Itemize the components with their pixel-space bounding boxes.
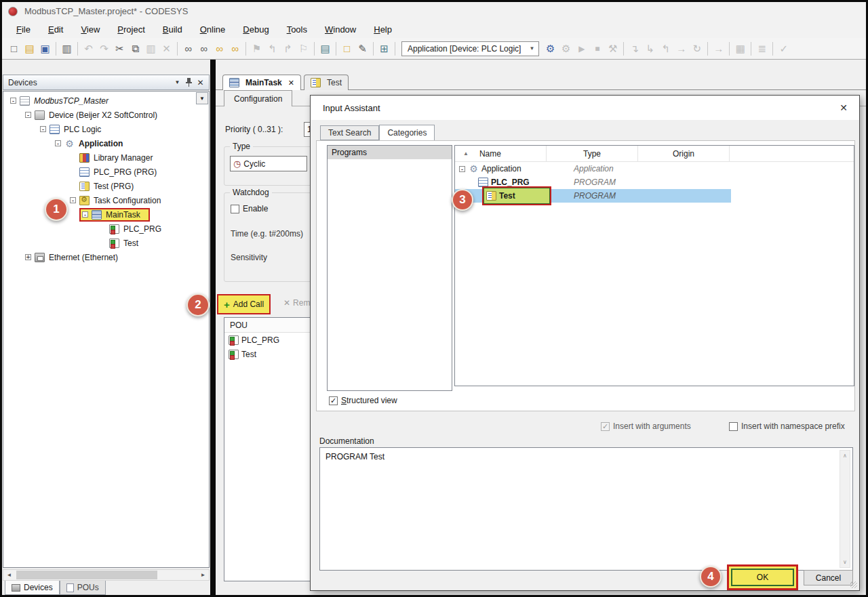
task-type-combo[interactable]: ◷ Cyclic xyxy=(230,156,307,171)
logout-icon[interactable]: ⚙ xyxy=(558,41,574,56)
redo-icon[interactable]: ↷ xyxy=(96,41,112,56)
vertical-scrollbar[interactable]: ∧ ∨ xyxy=(840,450,850,568)
tree-item-maintask[interactable]: - MainTask xyxy=(3,207,209,222)
collapse-icon[interactable]: - xyxy=(459,166,465,172)
pin-icon[interactable] xyxy=(183,77,195,88)
grid-row-test[interactable]: Test PROGRAM xyxy=(455,189,854,203)
ok-button[interactable]: OK xyxy=(731,569,794,586)
close-panel-icon[interactable]: ✕ xyxy=(195,77,206,88)
resize-grip[interactable] xyxy=(850,581,857,588)
stop-icon[interactable]: ■ xyxy=(589,41,605,56)
collapse-icon[interactable]: - xyxy=(82,211,88,218)
scroll-left-icon[interactable]: ◄ xyxy=(3,570,15,580)
step-over-icon[interactable]: ↴ xyxy=(627,41,642,56)
menu-view[interactable]: View xyxy=(72,22,108,37)
tree-item-application[interactable]: - ⚙ Application xyxy=(3,136,209,150)
tab-maintask[interactable]: MainTask ✕ xyxy=(222,75,301,90)
find-in-project-icon[interactable]: ∞ xyxy=(212,41,227,56)
tree-item-project[interactable]: - ModbusTCP_Master xyxy=(3,94,209,108)
previous-bookmark-icon[interactable]: ↰ xyxy=(264,41,280,56)
tree-item-plc-logic[interactable]: - PLC Logic xyxy=(3,122,209,136)
collapse-icon[interactable]: - xyxy=(55,140,61,146)
add-call-button[interactable]: + Add Call xyxy=(217,294,271,314)
breakpoints-icon[interactable]: ▦ xyxy=(732,41,748,56)
column-header-origin[interactable]: Origin xyxy=(638,146,730,161)
find-icon[interactable]: ∞ xyxy=(180,41,196,56)
undo-icon[interactable]: ↶ xyxy=(81,41,96,56)
refresh-icon[interactable]: ✓ xyxy=(776,41,791,56)
cut-icon[interactable]: ✂ xyxy=(112,41,127,56)
scroll-right-icon[interactable]: ► xyxy=(197,570,209,580)
login-icon[interactable]: ⚙ xyxy=(542,41,558,56)
tree-item-ethernet[interactable]: + Ethernet (Ethernet) xyxy=(3,250,209,264)
next-bookmark-icon[interactable]: ↱ xyxy=(280,41,296,56)
pou-row-plc-prg[interactable]: PLC_PRG xyxy=(224,333,310,347)
bookmark-icon[interactable]: ⚑ xyxy=(249,41,264,56)
menu-debug[interactable]: Debug xyxy=(234,22,277,37)
insert-with-arguments-checkbox[interactable]: ✓ xyxy=(601,422,610,431)
replace-in-project-icon[interactable]: ∞ xyxy=(227,41,243,56)
tree-dropdown-icon[interactable]: ▼ xyxy=(196,92,208,104)
scroll-down-icon[interactable]: ∨ xyxy=(843,557,847,567)
menu-edit[interactable]: Edit xyxy=(39,22,72,37)
cancel-button[interactable]: Cancel xyxy=(804,570,853,585)
chevron-down-icon[interactable]: ▼ xyxy=(529,45,534,52)
remove-call-button[interactable]: ✕ Rem xyxy=(283,298,310,308)
expand-icon[interactable]: + xyxy=(25,254,31,260)
save-icon[interactable]: ▣ xyxy=(37,41,53,56)
collapse-icon[interactable]: - xyxy=(40,126,46,132)
active-application-combo[interactable]: Application [Device: PLC Logic] ▼ xyxy=(401,41,539,56)
reset-icon[interactable]: ↻ xyxy=(689,41,705,56)
menu-window[interactable]: Window xyxy=(316,22,365,37)
tree-item-test-prg[interactable]: Test (PRG) xyxy=(3,179,209,193)
tab-categories[interactable]: Categories xyxy=(379,125,435,140)
menu-tools[interactable]: Tools xyxy=(278,22,316,37)
pou-row-test[interactable]: Test xyxy=(224,347,310,361)
collapse-icon[interactable]: - xyxy=(10,98,16,104)
tab-pous[interactable]: POUs xyxy=(60,581,106,595)
panel-menu-icon[interactable]: ▼ xyxy=(172,77,183,88)
structured-view-checkbox[interactable]: ✓ xyxy=(329,396,338,405)
replace-icon[interactable]: ∞ xyxy=(196,41,212,56)
device-dialog-icon[interactable]: ⊞ xyxy=(376,41,392,56)
sort-ascending-icon[interactable]: ▲ xyxy=(463,150,469,157)
config-mode-icon[interactable]: ⚒ xyxy=(605,41,620,56)
menu-help[interactable]: Help xyxy=(365,22,401,37)
paste-icon[interactable]: ▥ xyxy=(143,41,159,56)
collapse-icon[interactable]: - xyxy=(25,112,31,118)
dialog-close-icon[interactable]: ✕ xyxy=(835,99,852,117)
start-icon[interactable]: ▶ xyxy=(574,41,589,56)
menu-online[interactable]: Online xyxy=(191,22,235,37)
print-icon[interactable]: ▥ xyxy=(59,41,75,56)
grid-row-application[interactable]: - ⚙ Application Application xyxy=(455,162,854,176)
menu-build[interactable]: Build xyxy=(154,22,191,37)
delete-icon[interactable]: ✕ xyxy=(159,41,174,56)
category-item-programs[interactable]: Programs xyxy=(328,146,452,159)
tree-item-task-configuration[interactable]: - Task Configuration xyxy=(3,193,209,207)
menu-project[interactable]: Project xyxy=(108,22,153,37)
dialog-title-bar[interactable]: Input Assistant ✕ xyxy=(311,96,859,120)
insert-with-namespace-checkbox[interactable] xyxy=(729,422,738,431)
enable-checkbox[interactable] xyxy=(231,205,239,213)
tab-devices[interactable]: Devices xyxy=(5,581,60,595)
properties-icon[interactable]: ▤ xyxy=(317,41,333,56)
scrollbar-thumb[interactable] xyxy=(16,571,157,579)
step-into-icon[interactable]: ↳ xyxy=(642,41,658,56)
tree-item-maintask-plc-prg[interactable]: PLC_PRG xyxy=(3,222,209,236)
copy-icon[interactable]: ⧉ xyxy=(127,41,143,56)
column-header-type[interactable]: Type xyxy=(547,146,638,161)
clear-bookmarks-icon[interactable]: ⚐ xyxy=(296,41,311,56)
step-out-icon[interactable]: ↰ xyxy=(658,41,673,56)
flow-control-icon[interactable]: ≣ xyxy=(754,41,770,56)
tree-item-device[interactable]: - Device (Beijer X2 SoftControl) xyxy=(3,108,209,122)
pou-column-header[interactable]: POU xyxy=(224,318,310,333)
tab-test[interactable]: Test xyxy=(304,75,349,90)
collapse-icon[interactable]: - xyxy=(70,197,76,203)
scroll-up-icon[interactable]: ∧ xyxy=(843,451,847,461)
tree-item-plc-prg[interactable]: PLC_PRG (PRG) xyxy=(3,165,209,179)
show-next-statement-icon[interactable]: → xyxy=(711,41,726,56)
tree-item-maintask-test[interactable]: Test xyxy=(3,236,209,250)
tab-text-search[interactable]: Text Search xyxy=(320,125,379,140)
edit-object-icon[interactable]: ✎ xyxy=(355,41,370,56)
new-project-icon[interactable]: □ xyxy=(6,41,22,56)
